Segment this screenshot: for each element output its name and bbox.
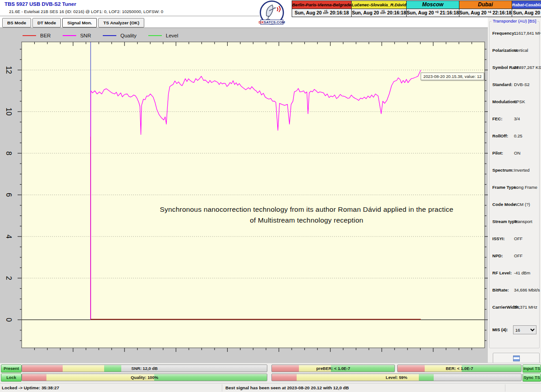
lock-uptime-status: Locked -> Uptime: 35:38:27 — [2, 385, 59, 390]
transponder-field-value: 27497,267 KS/s — [514, 65, 541, 70]
header: TBS 5927 USB DVB-S2 Tuner 21.6E - Eutels… — [0, 0, 541, 28]
transponder-field-value: Long Frame — [514, 185, 537, 190]
transponder-field-row: Standard: DVB-S2 — [490, 82, 539, 88]
transponder-field-value: ACM (?) — [514, 202, 530, 207]
tuned-transponder-subtitle: 21.6E - Eutelsat 21B SES 16 (ID: 0216) @… — [9, 9, 163, 14]
svg-text:6: 6 — [5, 193, 13, 197]
transponder-field-row: Stream type: Transport — [490, 219, 539, 225]
clock-time: Sun, Aug 20 +4 22:16:18 — [459, 9, 512, 17]
clock-panel: Moscow Sun, Aug 20 +3 21:16:18 — [406, 0, 459, 17]
mis-select[interactable]: 16 — [513, 325, 536, 334]
transponder-field-row: Frequency: 11617,841 MHz — [490, 31, 539, 37]
transponder-field-label: Standard: — [492, 82, 513, 87]
legend-item-snr: SNR — [63, 33, 91, 38]
tab-bs-mode[interactable]: BS Mode — [2, 18, 31, 27]
clock-panel: Lučenec-Slovakia_R.Dávid Sun, Aug 20 +1D… — [351, 0, 407, 17]
signal-gauges-bar: Present Lock SNR: 12,0 dB Quality: 100% … — [0, 363, 541, 383]
transponder-groupbox-title: Transponder (AU) [BS] — [491, 18, 537, 23]
transponder-field-value: Inverted — [514, 168, 530, 173]
best-signal-status: Best signal has been seen at 2023-08-20 … — [225, 385, 349, 390]
transponder-field-label: Code Mode: — [492, 202, 517, 207]
dxsatcs-logo: DXSATCS.COM — [257, 0, 286, 27]
input-ts-indicator-button[interactable]: Input TS — [523, 365, 541, 373]
clock-time: Sun, Aug 20 +3 21:16:18 — [407, 9, 459, 17]
transponder-field-label: RF Level: — [492, 270, 512, 275]
chart-legend: BER SNR Quality Level — [23, 32, 190, 40]
transponder-field-row: BitRate: 34,686 Mbit/s — [490, 287, 539, 294]
clock-time: Sun, Aug 20 +1 19:16:18 — [512, 9, 541, 17]
svg-text:0: 0 — [5, 318, 13, 322]
transponder-field-value: Transport — [514, 219, 532, 224]
level-line-swatch — [148, 35, 162, 36]
transponder-field-value: 3/4 — [514, 116, 520, 121]
timezone-offset: +4 — [488, 11, 491, 13]
divider — [0, 16, 260, 16]
snr-line-swatch — [63, 35, 76, 36]
chart-canvas[interactable]: 024681012 — [0, 28, 488, 363]
legend-item-quality: Quality — [103, 33, 137, 38]
transponder-field-row: RF Level: -41 dBm — [490, 270, 539, 277]
ber-gauge: BER: < 1.0E-7 — [397, 365, 522, 372]
transponder-field-value: DVB-S2 — [514, 82, 530, 87]
tab-signal-mon[interactable]: Signal Mon. — [62, 18, 97, 27]
snr-gauge: SNR: 12,0 dB — [22, 365, 267, 372]
legend-item-ber: BER — [23, 33, 51, 38]
clock-city-label: Rabat-Casablanca-London — [512, 1, 541, 9]
transponder-field-value: 8PSK — [514, 99, 525, 104]
transponder-field-row: Frame Type: Long Frame — [490, 185, 539, 191]
divider — [505, 384, 505, 392]
chart-annotation: Synchronous nanocorrection technology fr… — [149, 204, 464, 226]
clock-panel: Rabat-Casablanca-London Sun, Aug 20 +1 1… — [512, 0, 541, 17]
svg-text:4: 4 — [5, 234, 13, 238]
transponder-field-row: Modulation: 8PSK — [490, 99, 539, 105]
tab-ts-analyzer[interactable]: TS Analyzer (OK) — [98, 18, 144, 27]
transponder-field-value: 0.25 — [514, 133, 523, 138]
data-point-tooltip: 2023-08-20 20.15.38, value: 12 — [421, 73, 484, 80]
list-icon — [513, 356, 520, 361]
transponder-field-label: RollOff: — [492, 133, 508, 138]
transponder-field-label: Frequency: — [492, 31, 516, 36]
quality-line-swatch — [103, 35, 116, 36]
svg-text:12: 12 — [5, 66, 13, 74]
signal-monitor-chart[interactable]: 024681012 BER SNR Quality Level Synchron… — [0, 28, 488, 363]
ber-line-swatch — [23, 35, 36, 36]
transponder-field-label: BitRate: — [492, 287, 509, 292]
transponder-field-row: Symbol Rate: 27497,267 KS/s — [490, 65, 539, 71]
status-bar: Locked -> Uptime: 35:38:27 Best signal h… — [0, 383, 541, 392]
tab-dt-mode[interactable]: DT Mode — [32, 18, 61, 27]
transponder-field-label: Spectrum: — [492, 168, 513, 173]
transponder-field-row: ISSYI: OFF — [490, 236, 539, 242]
legend-item-level: Level — [148, 33, 179, 38]
transponder-field-value: OFF — [514, 253, 523, 258]
transponder-field-value: -41 dBm — [514, 270, 530, 275]
transponder-field-row: Polarization: Vertical — [490, 48, 539, 54]
sync-ts-indicator-button[interactable]: Sync TS — [523, 374, 541, 382]
transponder-field-row: Code Mode: ACM (?) — [490, 202, 539, 208]
transponder-field-value: Vertical — [514, 48, 528, 53]
transponder-field-row: FEC: 3/4 — [490, 116, 539, 123]
level-gauge: Level: 59% — [271, 374, 522, 381]
transponder-field-value: 34,371 MHz — [514, 305, 537, 310]
quality-gauge: Quality: 100% — [22, 374, 267, 381]
logo-text: DXSATCS.COM — [259, 20, 285, 24]
clock-city-label: Moscow — [407, 1, 459, 9]
transponder-field-label: NPD: — [492, 253, 503, 258]
clock-time: Sun, Aug 20 +1DST 20:16:18 — [292, 9, 351, 17]
transponder-field-row: CarrierWidth: 34,371 MHz — [490, 305, 539, 311]
present-indicator-button[interactable]: Present — [1, 365, 22, 373]
transponder-field-value: 11617,841 MHz — [514, 31, 541, 36]
clock-panel: Dubai Sun, Aug 20 +4 22:16:18 — [459, 0, 512, 17]
transponder-field-row: RollOff: 0.25 — [490, 133, 539, 140]
timezone-offset: +1DST — [381, 10, 386, 14]
transponder-field-row: Pilot: ON — [490, 150, 539, 157]
transponder-field-row: Spectrum: Inverted — [490, 168, 539, 174]
stream-list-button[interactable] — [493, 353, 540, 364]
app-title: TBS 5927 USB DVB-S2 Tuner — [5, 1, 76, 7]
svg-text:8: 8 — [5, 151, 13, 155]
lock-indicator-button[interactable]: Lock — [1, 374, 22, 382]
transponder-field-value: ON — [514, 150, 520, 155]
svg-text:2: 2 — [5, 276, 13, 280]
transponder-field-label: ISSYI: — [492, 236, 505, 241]
transponder-groupbox: Transponder (AU) [BS] Frequency: 11617,8… — [489, 21, 540, 348]
mis-row: MIS (4): 16 — [490, 325, 539, 335]
